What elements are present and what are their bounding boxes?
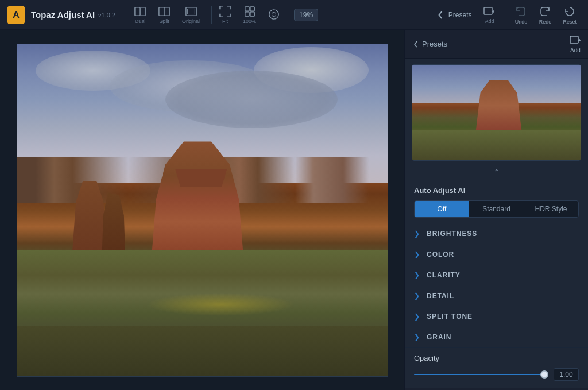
chevron-right-icon: ❯ bbox=[414, 230, 421, 238]
accordion-color[interactable]: ❯ COLOR bbox=[405, 244, 588, 265]
svg-rect-8 bbox=[245, 11, 249, 16]
thumbnail-image bbox=[412, 65, 581, 160]
svg-rect-7 bbox=[250, 6, 254, 10]
zoom-toolbar: Fit 100% bbox=[214, 3, 285, 26]
main-area: Presets Add ⌃ bbox=[0, 30, 588, 390]
split-view-button[interactable]: Split bbox=[153, 3, 175, 26]
right-panel: Presets Add ⌃ bbox=[404, 30, 588, 390]
presets-back-button[interactable]: Presets bbox=[412, 40, 447, 48]
thumb-ground bbox=[412, 130, 581, 160]
add-button[interactable]: Add bbox=[478, 3, 500, 26]
auto-adjust-buttons: Off Standard HDR Style bbox=[414, 200, 579, 218]
fit-view-button[interactable]: Fit bbox=[214, 3, 236, 26]
svg-point-11 bbox=[272, 12, 276, 16]
accordion-splittone[interactable]: ❯ SPLIT TONE bbox=[405, 306, 588, 327]
clarity-label: CLARITY bbox=[427, 271, 461, 279]
reset-button[interactable]: Reset bbox=[558, 3, 581, 27]
butte-top bbox=[175, 169, 227, 187]
chevron-right-icon-3: ❯ bbox=[414, 271, 421, 279]
auto-adjust-title: Auto Adjust AI bbox=[414, 186, 579, 195]
opacity-slider-fill bbox=[414, 374, 548, 375]
original-view-button[interactable]: Original bbox=[177, 3, 204, 26]
accordion-clarity[interactable]: ❯ CLARITY bbox=[405, 265, 588, 285]
collapse-row: ⌃ bbox=[405, 164, 588, 180]
presets-button[interactable]: Presets bbox=[430, 7, 477, 23]
app-version: v1.0.2 bbox=[98, 11, 115, 18]
auto-adjust-section: Auto Adjust AI Off Standard HDR Style bbox=[405, 180, 588, 223]
svg-rect-12 bbox=[484, 7, 492, 14]
photo-image bbox=[17, 44, 388, 376]
photo-container bbox=[17, 44, 388, 377]
nav-buttons: Presets Add Undo Redo bbox=[430, 3, 581, 27]
brightness-label: BRIGHTNESS bbox=[427, 230, 477, 238]
bottom-bar: Open Save As bbox=[405, 388, 588, 390]
opacity-row: 1.00 bbox=[414, 368, 579, 381]
vignette-button[interactable] bbox=[263, 6, 285, 24]
chevron-right-icon-4: ❯ bbox=[414, 292, 421, 300]
svg-rect-1 bbox=[141, 7, 145, 16]
opacity-knob[interactable] bbox=[540, 370, 548, 379]
auto-adjust-off-button[interactable]: Off bbox=[415, 201, 469, 217]
preset-header: Presets Add bbox=[405, 30, 588, 59]
dual-view-button[interactable]: Dual bbox=[129, 3, 151, 26]
svg-rect-6 bbox=[245, 6, 249, 10]
svg-rect-15 bbox=[570, 36, 578, 43]
opacity-label: Opacity bbox=[414, 354, 579, 362]
detail-label: DETAIL bbox=[427, 292, 454, 300]
opacity-slider-track[interactable] bbox=[414, 374, 548, 375]
svg-point-10 bbox=[269, 9, 278, 18]
thumbnail-wrapper bbox=[412, 64, 581, 161]
svg-rect-0 bbox=[135, 7, 140, 16]
zoom-100-button[interactable]: 100% bbox=[238, 3, 261, 26]
chevron-right-icon-5: ❯ bbox=[414, 312, 421, 321]
auto-adjust-standard-button[interactable]: Standard bbox=[469, 201, 524, 217]
chevron-right-icon-2: ❯ bbox=[414, 250, 421, 258]
cloud-4 bbox=[165, 71, 338, 128]
app-logo: A bbox=[7, 6, 25, 24]
accordion-detail[interactable]: ❯ DETAIL bbox=[405, 285, 588, 306]
view-toolbar: Dual Split Original bbox=[129, 3, 204, 26]
app-title: Topaz Adjust AI bbox=[31, 10, 95, 20]
foreground-layer bbox=[17, 326, 388, 376]
canvas-area[interactable] bbox=[0, 30, 404, 390]
accordion-brightness[interactable]: ❯ BRIGHTNESS bbox=[405, 223, 588, 244]
svg-rect-5 bbox=[187, 9, 195, 14]
opacity-value: 1.00 bbox=[554, 368, 579, 381]
undo-button[interactable]: Undo bbox=[510, 3, 532, 27]
splittone-label: SPLIT TONE bbox=[427, 312, 473, 321]
add-preset-button[interactable]: Add bbox=[570, 34, 581, 53]
zoom-badge: 19% bbox=[294, 9, 318, 21]
collapse-button[interactable]: ⌃ bbox=[484, 167, 509, 178]
auto-adjust-hdr-button[interactable]: HDR Style bbox=[524, 201, 578, 217]
ground-highlight bbox=[146, 293, 295, 316]
divider-nav bbox=[505, 6, 505, 24]
opacity-section: Opacity 1.00 bbox=[405, 347, 588, 388]
grain-label: GRAIN bbox=[427, 333, 451, 341]
chevron-right-icon-6: ❯ bbox=[414, 333, 421, 341]
redo-button[interactable]: Redo bbox=[534, 3, 556, 27]
svg-rect-9 bbox=[250, 11, 254, 16]
accordion-grain[interactable]: ❯ GRAIN bbox=[405, 327, 588, 347]
topbar: A Topaz Adjust AI v1.0.2 Dual Split Orig… bbox=[0, 0, 588, 30]
color-label: COLOR bbox=[427, 250, 454, 258]
thumbnail-area bbox=[405, 59, 588, 164]
divider-1 bbox=[211, 6, 212, 24]
